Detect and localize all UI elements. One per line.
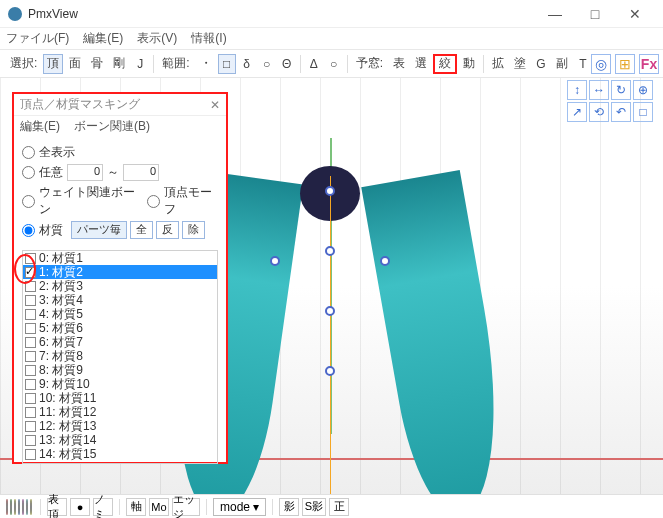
checkbox-icon[interactable] xyxy=(25,379,36,390)
axis-a[interactable]: Δ xyxy=(305,54,323,74)
menu-view[interactable]: 表示(V) xyxy=(137,30,177,47)
select-joint[interactable]: J xyxy=(131,54,149,74)
range-circle[interactable]: ○ xyxy=(258,54,276,74)
menu-file[interactable]: ファイル(F) xyxy=(6,30,69,47)
checkbox-icon[interactable] xyxy=(25,365,36,376)
tab-table[interactable]: 表 xyxy=(389,54,409,74)
model-silhouette xyxy=(230,136,430,494)
shadow-c[interactable]: 正 xyxy=(329,498,349,516)
status-c[interactable]: ノミ xyxy=(93,498,113,516)
tab-g[interactable]: G xyxy=(532,54,550,74)
checkbox-icon[interactable] xyxy=(25,393,36,404)
color-dot[interactable] xyxy=(14,499,16,515)
select-vertex[interactable]: 頂 xyxy=(43,54,63,74)
panel-menu-bone[interactable]: ボーン関連(B) xyxy=(74,118,150,135)
mode-dropdown[interactable]: mode▾ xyxy=(213,498,266,516)
btn-invert[interactable]: 反 xyxy=(156,221,179,239)
checkbox-icon[interactable] xyxy=(25,421,36,432)
shadow-b[interactable]: S影 xyxy=(302,498,326,516)
color-dot[interactable] xyxy=(26,499,28,515)
nav-a-icon[interactable]: ↗ xyxy=(567,102,587,122)
range-theta[interactable]: Θ xyxy=(278,54,296,74)
checkbox-icon[interactable] xyxy=(25,449,36,460)
opt-material[interactable] xyxy=(22,224,35,237)
axis-b[interactable]: ○ xyxy=(325,54,343,74)
nav-undo-icon[interactable]: ↶ xyxy=(611,102,631,122)
panel-menu-edit[interactable]: 編集(E) xyxy=(20,118,60,135)
shadow-a[interactable]: 影 xyxy=(279,498,299,516)
opt-weight[interactable] xyxy=(22,195,35,208)
masking-panel: 頂点／材質マスキング ✕ 編集(E) ボーン関連(B) 全表示 任意 0 ～ 0… xyxy=(12,92,228,464)
checkbox-icon[interactable] xyxy=(25,295,36,306)
tab-paint[interactable]: 塗 xyxy=(510,54,530,74)
menubar: ファイル(F) 編集(E) 表示(V) 情報(I) xyxy=(0,28,663,50)
nav-tools: ↕ ↔ ↻ ⊕ ↗ ⟲ ↶ □ xyxy=(567,80,659,122)
panel-title: 頂点／材質マスキング xyxy=(20,96,140,113)
tab-t[interactable]: T xyxy=(574,54,592,74)
item-label: 14: 材質15 xyxy=(39,446,96,463)
select-rigid[interactable]: 剛 xyxy=(109,54,129,74)
nav-fit-icon[interactable]: □ xyxy=(633,102,653,122)
checkbox-icon[interactable] xyxy=(25,407,36,418)
checkbox-icon[interactable] xyxy=(25,323,36,334)
tab-anim[interactable]: 動 xyxy=(459,54,479,74)
tab-sub[interactable]: 副 xyxy=(552,54,572,74)
btn-remove[interactable]: 除 xyxy=(182,221,205,239)
child-label: 予窓: xyxy=(352,54,387,74)
checkbox-icon[interactable] xyxy=(25,435,36,446)
material-list[interactable]: 0: 材質11: 材質22: 材質33: 材質44: 材質55: 材質66: 材… xyxy=(22,250,218,464)
range-dot-icon[interactable]: ・ xyxy=(196,54,216,74)
opt-any[interactable] xyxy=(22,166,35,179)
btn-all[interactable]: 全 xyxy=(130,221,153,239)
color-dot[interactable] xyxy=(22,499,24,515)
fx-button[interactable]: Fx xyxy=(639,54,659,74)
status-a[interactable]: 表頂 xyxy=(47,498,67,516)
status-edge[interactable]: エッジ xyxy=(172,498,200,516)
opt-morph[interactable] xyxy=(147,195,160,208)
menu-edit[interactable]: 編集(E) xyxy=(83,30,123,47)
checkbox-icon[interactable] xyxy=(25,337,36,348)
status-axis[interactable]: 軸 xyxy=(126,498,146,516)
panel-close-icon[interactable]: ✕ xyxy=(210,98,220,112)
btn-per-parts[interactable]: パーツ毎 xyxy=(71,221,127,239)
statusbar: 表頂 ● ノミ 軸 Mo エッジ mode▾ 影 S影 正 xyxy=(0,494,663,518)
select-label: 選択: xyxy=(6,54,41,74)
range-to[interactable]: 0 xyxy=(123,164,159,181)
status-b[interactable]: ● xyxy=(70,498,90,516)
list-item[interactable]: 14: 材質15 xyxy=(23,447,217,461)
tab-expand[interactable]: 拡 xyxy=(488,54,508,74)
grid-icon[interactable]: ⊞ xyxy=(615,54,635,74)
tab-mask-highlighted[interactable]: 絞 xyxy=(433,54,457,74)
range-rect[interactable]: □ xyxy=(218,54,236,74)
toolbar: 選択: 頂 面 骨 剛 J 範囲: ・ □ δ ○ Θ Δ ○ 予窓: 表 選 … xyxy=(0,50,663,78)
color-dot[interactable] xyxy=(6,499,8,515)
nav-pan-h-icon[interactable]: ↔ xyxy=(589,80,609,100)
gizmo-icon[interactable]: ◎ xyxy=(591,54,611,74)
highlight-oval xyxy=(14,254,36,284)
window-title: PmxView xyxy=(28,7,535,21)
select-bone[interactable]: 骨 xyxy=(87,54,107,74)
checkbox-icon[interactable] xyxy=(25,351,36,362)
minimize-button[interactable]: — xyxy=(535,6,575,22)
range-label: 範囲: xyxy=(158,54,193,74)
menu-info[interactable]: 情報(I) xyxy=(191,30,226,47)
color-dot[interactable] xyxy=(10,499,12,515)
status-mo[interactable]: Mo xyxy=(149,498,169,516)
tab-select[interactable]: 選 xyxy=(411,54,431,74)
color-dot[interactable] xyxy=(30,499,32,515)
nav-zoom-icon[interactable]: ⊕ xyxy=(633,80,653,100)
checkbox-icon[interactable] xyxy=(25,309,36,320)
app-icon xyxy=(8,7,22,21)
opt-show-all[interactable] xyxy=(22,146,35,159)
titlebar: PmxView — □ ✕ xyxy=(0,0,663,28)
nav-b-icon[interactable]: ⟲ xyxy=(589,102,609,122)
range-tri[interactable]: δ xyxy=(238,54,256,74)
nav-pan-v-icon[interactable]: ↕ xyxy=(567,80,587,100)
color-dot[interactable] xyxy=(18,499,20,515)
select-face[interactable]: 面 xyxy=(65,54,85,74)
nav-rotate-icon[interactable]: ↻ xyxy=(611,80,631,100)
close-button[interactable]: ✕ xyxy=(615,6,655,22)
maximize-button[interactable]: □ xyxy=(575,6,615,22)
range-from[interactable]: 0 xyxy=(67,164,103,181)
